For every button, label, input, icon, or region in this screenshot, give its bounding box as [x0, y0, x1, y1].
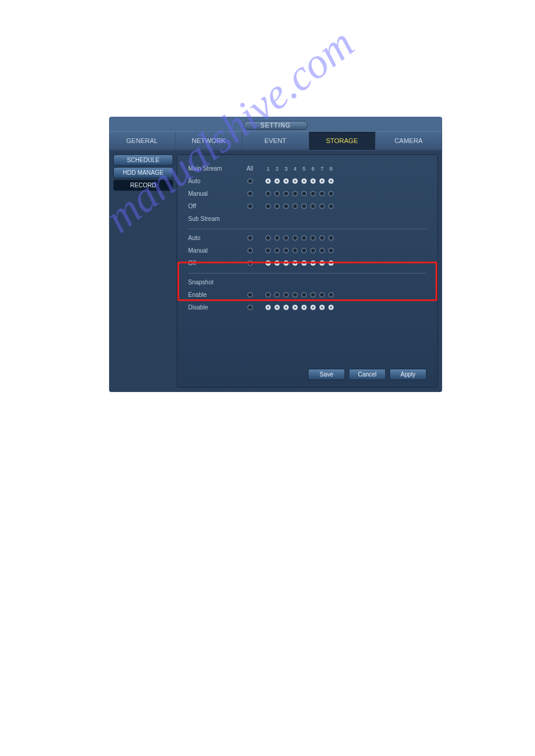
radio-sub-0-ch7[interactable] — [318, 235, 327, 241]
radio-snap-1-ch2[interactable] — [273, 305, 282, 310]
radio-snap-0-all[interactable] — [246, 292, 255, 297]
row-main-0: Auto — [188, 175, 427, 187]
radio-main-0-ch3[interactable] — [282, 178, 291, 184]
radio-sub-2-ch7[interactable] — [318, 260, 327, 266]
radio-main-0-ch4[interactable] — [291, 178, 300, 184]
radio-sub-0-ch1[interactable] — [264, 235, 273, 241]
radio-snap-1-ch3[interactable] — [282, 305, 291, 310]
radio-sub-0-all[interactable] — [246, 235, 255, 241]
tab-storage[interactable]: STORAGE — [309, 132, 376, 150]
save-button[interactable]: Save — [308, 369, 345, 380]
radio-main-1-ch1[interactable] — [264, 191, 273, 196]
radio-sub-2-ch8[interactable] — [327, 260, 335, 266]
radio-snap-0-ch7[interactable] — [318, 292, 327, 297]
radio-snap-0-ch8[interactable] — [327, 292, 335, 297]
radio-main-1-ch8[interactable] — [327, 191, 335, 196]
radio-snap-0-ch6[interactable] — [309, 292, 318, 297]
radio-main-1-ch6[interactable] — [309, 191, 318, 196]
radio-main-2-ch4[interactable] — [291, 204, 300, 209]
footer-buttons: Save Cancel Apply — [308, 369, 427, 380]
radio-main-1-ch3[interactable] — [282, 191, 291, 196]
header-row: Main Stream All 1 2 3 4 5 6 7 8 — [188, 162, 427, 175]
radio-sub-1-ch5[interactable] — [300, 248, 309, 253]
divider-snap — [188, 273, 427, 274]
radio-main-2-ch6[interactable] — [309, 204, 318, 209]
sidebar-item-record[interactable]: RECORD — [113, 180, 173, 191]
row-main-2: Off — [188, 200, 427, 212]
row-sub-2: Off — [188, 257, 427, 269]
radio-snap-1-ch7[interactable] — [318, 305, 327, 310]
radio-sub-1-ch8[interactable] — [327, 248, 335, 253]
radio-sub-1-ch6[interactable] — [309, 248, 318, 253]
radio-main-0-ch1[interactable] — [264, 178, 273, 184]
radio-main-0-ch8[interactable] — [327, 178, 335, 184]
radio-sub-2-ch2[interactable] — [273, 260, 282, 266]
tab-event[interactable]: EVENT — [242, 132, 309, 150]
radio-main-2-ch3[interactable] — [282, 204, 291, 209]
radio-snap-0-ch1[interactable] — [264, 292, 273, 297]
label-snap-0: Enable — [188, 292, 243, 298]
radio-main-2-all[interactable] — [246, 204, 255, 209]
radio-main-0-ch6[interactable] — [309, 178, 318, 184]
radio-sub-1-ch7[interactable] — [318, 248, 327, 253]
radio-snap-1-ch6[interactable] — [309, 305, 318, 310]
tab-general[interactable]: GENERAL — [109, 132, 176, 150]
tab-network[interactable]: NETWORK — [176, 132, 242, 150]
row-snap-1: Disable — [188, 301, 427, 314]
settings-window: SETTING GENERAL NETWORK EVENT STORAGE CA… — [109, 117, 442, 392]
radio-sub-0-ch8[interactable] — [327, 235, 335, 241]
radio-main-1-ch4[interactable] — [291, 191, 300, 196]
radio-sub-2-ch1[interactable] — [264, 260, 273, 266]
radio-main-0-all[interactable] — [246, 178, 255, 184]
radio-sub-0-ch6[interactable] — [309, 235, 318, 241]
radio-main-1-all[interactable] — [246, 191, 255, 196]
radio-main-0-ch7[interactable] — [318, 178, 327, 184]
apply-button[interactable]: Apply — [389, 369, 427, 380]
radio-main-0-ch5[interactable] — [300, 178, 309, 184]
radio-snap-1-all[interactable] — [246, 305, 255, 310]
radio-snap-0-ch3[interactable] — [282, 292, 291, 297]
tab-camera[interactable]: CAMERA — [376, 132, 442, 150]
radio-main-2-ch5[interactable] — [300, 204, 309, 209]
radio-main-2-ch2[interactable] — [273, 204, 282, 209]
col-7: 7 — [318, 166, 327, 172]
radio-sub-2-ch3[interactable] — [282, 260, 291, 266]
radio-main-1-ch7[interactable] — [318, 191, 327, 196]
radio-snap-1-ch8[interactable] — [327, 305, 335, 310]
radio-main-2-ch8[interactable] — [327, 204, 335, 209]
sidebar: SCHEDULE HDD MANAGE RECORD — [113, 154, 173, 388]
radio-sub-0-ch4[interactable] — [291, 235, 300, 241]
radio-sub-1-ch1[interactable] — [264, 248, 273, 253]
col-2: 2 — [273, 166, 282, 172]
section-label-snapshot-row: Snapshot — [188, 276, 427, 289]
radio-main-2-ch7[interactable] — [318, 204, 327, 209]
radio-sub-0-ch3[interactable] — [282, 235, 291, 241]
cancel-button[interactable]: Cancel — [349, 369, 386, 380]
row-sub-1: Manual — [188, 244, 427, 257]
radio-sub-1-ch4[interactable] — [291, 248, 300, 253]
radio-sub-0-ch2[interactable] — [273, 235, 282, 241]
radio-snap-0-ch5[interactable] — [300, 292, 309, 297]
radio-snap-0-ch4[interactable] — [291, 292, 300, 297]
radio-snap-1-ch1[interactable] — [264, 305, 273, 310]
radio-sub-0-ch5[interactable] — [300, 235, 309, 241]
label-sub-2: Off — [188, 260, 243, 266]
radio-sub-2-ch6[interactable] — [309, 260, 318, 266]
radio-main-0-ch2[interactable] — [273, 178, 282, 184]
row-snap-0: Enable — [188, 289, 427, 301]
radio-sub-1-all[interactable] — [246, 248, 255, 253]
radio-sub-2-ch4[interactable] — [291, 260, 300, 266]
sidebar-item-hdd-manage[interactable]: HDD MANAGE — [113, 167, 173, 178]
radio-main-1-ch2[interactable] — [273, 191, 282, 196]
radio-sub-2-all[interactable] — [246, 260, 255, 266]
sidebar-item-schedule[interactable]: SCHEDULE — [113, 154, 173, 166]
radio-sub-2-ch5[interactable] — [300, 260, 309, 266]
col-6: 6 — [309, 166, 318, 172]
radio-snap-1-ch5[interactable] — [300, 305, 309, 310]
radio-sub-1-ch2[interactable] — [273, 248, 282, 253]
radio-sub-1-ch3[interactable] — [282, 248, 291, 253]
radio-snap-1-ch4[interactable] — [291, 305, 300, 310]
radio-main-2-ch1[interactable] — [264, 204, 273, 209]
radio-main-1-ch5[interactable] — [300, 191, 309, 196]
radio-snap-0-ch2[interactable] — [273, 292, 282, 297]
